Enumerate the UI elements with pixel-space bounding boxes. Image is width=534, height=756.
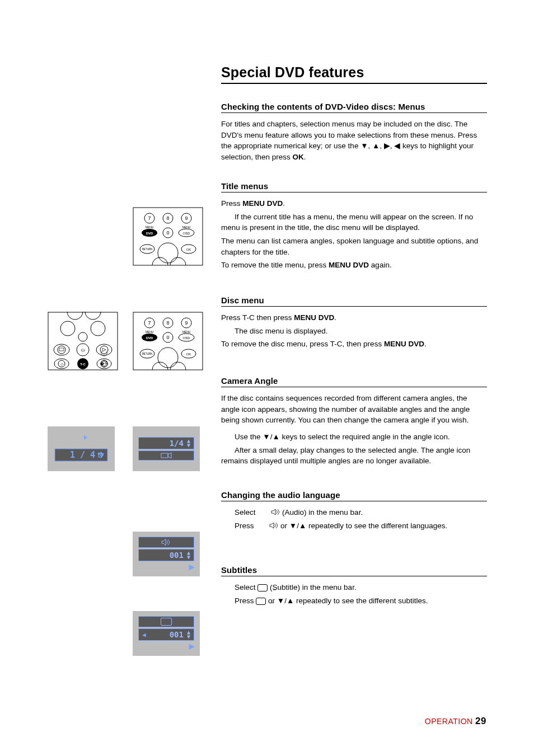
subtitle-icon — [257, 584, 268, 591]
checking-ok: OK — [293, 153, 304, 161]
disc-menu-body: Press T-C then press MENU DVD. The disc … — [221, 312, 487, 350]
heading-checking-contents: Checking the contents of DVD-Video discs… — [221, 102, 487, 113]
svg-text:⦵: ⦵ — [81, 348, 86, 353]
svg-text:7: 7 — [148, 320, 151, 326]
dm-l3b: MENU DVD — [384, 340, 424, 348]
speaker-icon — [256, 521, 278, 532]
checking-body: For titles and chapters, selection menus… — [221, 119, 487, 162]
svg-text:OSD: OSD — [182, 336, 190, 340]
figure-remote-tc: ⦵ ◇ T-C �亠 — [48, 312, 118, 373]
svg-point-12 — [91, 321, 105, 336]
tm-l2: If the current title has a menu, the men… — [221, 212, 487, 233]
dm-l3c: . — [424, 340, 427, 348]
figure-audio-osd: 001 ▲▼ ▶ — [133, 532, 200, 576]
svg-text:◇: ◇ — [60, 362, 64, 366]
return-btn: RETURN — [142, 248, 153, 251]
speaker-icon — [161, 538, 171, 546]
au-l1a: Select — [235, 508, 257, 516]
svg-marker-49 — [84, 435, 87, 440]
tm-l4b: MENU DVD — [329, 261, 369, 269]
speaker-icon — [257, 508, 280, 519]
au-l2a: Press — [235, 522, 256, 530]
num-0: 0 — [166, 230, 169, 236]
audio-osd-value: 001 — [170, 551, 184, 560]
camera-icon — [161, 452, 172, 459]
menu-label: MENU — [182, 226, 191, 229]
svg-text:RETURN: RETURN — [142, 353, 153, 355]
heading-title-menus: Title menus — [221, 181, 487, 192]
dm-l1c: . — [334, 313, 336, 322]
left-arrow-icon: ◀ — [142, 631, 146, 638]
svg-text:0: 0 — [166, 335, 169, 340]
figure-camera-osd-large: 1 / 4 — [48, 426, 115, 471]
subtitle-icon — [256, 598, 266, 605]
figure-camera-osd-small: 1/4 ▲▼ — [133, 426, 200, 471]
camera-osd-big-value: 1 / 4 — [70, 450, 95, 460]
audio-body: Select (Audio) in the menu bar. Press or… — [221, 507, 487, 532]
au-l1b: (Audio) in the menu bar. — [282, 508, 363, 516]
svg-text:MENU: MENU — [146, 330, 154, 334]
ca-l2: After a small delay, play changes to the… — [221, 445, 487, 467]
tm-l4c: again. — [369, 261, 392, 269]
figure-remote-1b: 7 8 9 MENU DVD 0 MENU OSD RETURN OK — [133, 312, 203, 373]
svg-text:OK: OK — [186, 353, 191, 356]
svg-text:MENU: MENU — [182, 330, 191, 334]
num-7: 7 — [148, 215, 151, 221]
sub-l1a: Select — [235, 583, 257, 591]
tm-l1c: . — [283, 199, 285, 208]
tm-l1b: MENU DVD — [242, 199, 283, 208]
sub-l2a: Press — [235, 597, 256, 605]
heading-audio-language: Changing the audio language — [221, 490, 487, 501]
svg-rect-56 — [161, 453, 168, 458]
figure-subtitle-osd: ◀ 001 ▲▼ ▶ — [133, 611, 200, 656]
ca-p1: If the disc contains sequences recorded … — [221, 393, 487, 426]
page-footer: OPERATION 29 — [425, 716, 486, 727]
svg-marker-57 — [168, 453, 171, 458]
up-down-icon: ▲▼ — [187, 551, 190, 560]
dm-l3a: To remove the disc menu, press T-C, then… — [221, 340, 384, 348]
play-icon: ▶ — [189, 642, 194, 650]
heading-disc-menu: Disc menu — [221, 295, 487, 307]
figure-remote-1: 7 8 9 MENU DVD 0 MENU OSD RETURN OK — [133, 207, 203, 268]
heading-subtitles: Subtitles — [221, 565, 487, 576]
tm-l3: The menu can list camera angles, spoken … — [221, 236, 487, 257]
num-9: 9 — [185, 215, 188, 221]
checking-p1c: . — [304, 153, 306, 161]
footer-label: OPERATION — [425, 717, 473, 726]
svg-point-11 — [60, 321, 75, 336]
num-8: 8 — [166, 215, 169, 221]
tm-l4a: To remove the title menu, press — [221, 261, 329, 269]
dm-l1b: MENU DVD — [294, 313, 334, 322]
svg-text:9: 9 — [185, 320, 188, 326]
up-down-icon: ▲▼ — [187, 439, 190, 448]
subtitles-body: Select (Subtitle) in the menu bar. Press… — [221, 582, 487, 606]
svg-point-15 — [58, 346, 65, 354]
subtitle-osd-value: 001 — [170, 630, 184, 639]
play-icon: ▶ — [189, 563, 194, 571]
page-title: Special DVD features — [221, 64, 487, 81]
dm-l1a: Press T-C then press — [221, 313, 294, 322]
tm-l1a: Press — [221, 199, 242, 208]
sub-l2b: or ▼/▲ repeatedly to see the different s… — [268, 597, 428, 605]
camera-osd-small-value: 1/4 — [170, 439, 184, 448]
svg-rect-16 — [59, 348, 64, 351]
sub-l1b: (Subtitle) in the menu bar. — [270, 583, 357, 591]
menu-label: MENU — [146, 226, 154, 229]
menu-dvd-btn: DVD — [146, 232, 153, 235]
svg-text:DVD: DVD — [146, 336, 153, 340]
svg-point-13 — [78, 332, 87, 341]
title-rule — [221, 83, 487, 84]
svg-text:8: 8 — [166, 320, 169, 326]
checking-p1a: For titles and chapters, selection menus… — [221, 120, 477, 161]
svg-point-8 — [158, 243, 178, 263]
svg-point-46 — [158, 348, 178, 368]
subtitle-icon — [161, 618, 172, 626]
ok-btn: OK — [186, 248, 191, 251]
tc-btn: T-C — [80, 363, 86, 366]
title-menus-body: Press MENU DVD. If the current title has… — [221, 198, 487, 270]
footer-page-number: 29 — [475, 716, 486, 726]
ca-l1: Use the ▼/▲ keys to select the required … — [221, 431, 487, 443]
camera-body: If the disc contains sequences recorded … — [221, 393, 487, 466]
dm-l2: The disc menu is displayed. — [221, 326, 487, 337]
heading-camera-angle: Camera Angle — [221, 376, 487, 387]
